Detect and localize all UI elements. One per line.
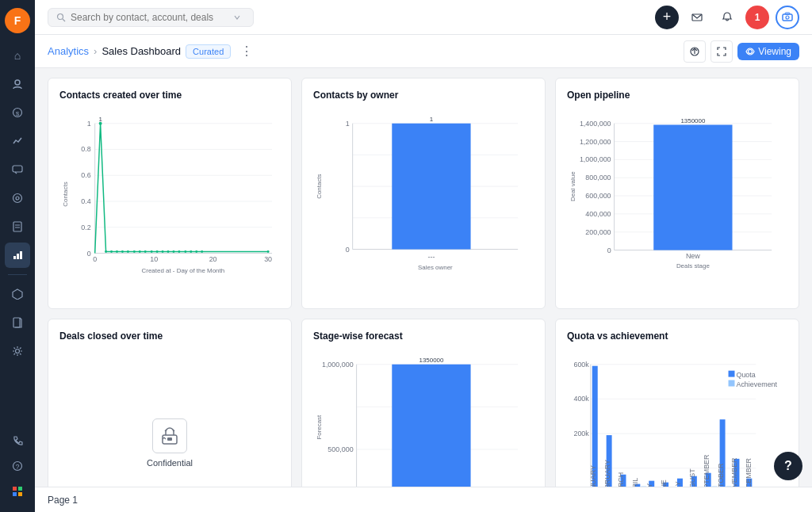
svg-text:APRIL: APRIL: [631, 478, 639, 487]
svg-text:JULY: JULY: [674, 481, 682, 487]
sidebar-item-contact[interactable]: [5, 71, 30, 97]
sidebar-item-activity[interactable]: [5, 128, 30, 154]
svg-text:600k: 600k: [573, 361, 589, 369]
chart-title-contacts-owner: Contacts by owner: [313, 90, 534, 101]
notification-count[interactable]: 1: [745, 6, 769, 29]
svg-text:OCTOBER: OCTOBER: [717, 463, 725, 487]
svg-text:1: 1: [430, 116, 434, 123]
subheader: Analytics › Sales Dashboard Curated ⋮ Vi…: [35, 35, 812, 68]
svg-text:NOVEMBER: NOVEMBER: [730, 457, 738, 487]
svg-text:Contacts: Contacts: [316, 174, 323, 198]
help-button[interactable]: ?: [774, 452, 802, 480]
sidebar-item-documents[interactable]: [5, 310, 30, 335]
sidebar-item-dollar[interactable]: $: [5, 100, 30, 125]
svg-point-60: [167, 250, 170, 253]
breadcrumb-analytics[interactable]: Analytics: [48, 45, 89, 57]
svg-text:Contacts: Contacts: [62, 181, 69, 206]
notification-bell[interactable]: [715, 6, 739, 29]
chart-svg-forecast: 1,000,000 500,000 0 1350000 Forecast New: [313, 348, 534, 487]
add-button[interactable]: +: [655, 6, 679, 29]
sidebar-item-help[interactable]: ?: [5, 453, 30, 479]
search-dropdown-icon[interactable]: [234, 14, 240, 21]
confidential-text: Confidential: [147, 458, 193, 468]
svg-text:1,000,000: 1,000,000: [580, 155, 611, 163]
screen-capture-button[interactable]: [776, 6, 799, 29]
svg-point-50: [110, 250, 113, 253]
chart-area-deals-closed: Confidential: [59, 348, 280, 487]
chart-open-pipeline: Open pipeline: [555, 78, 799, 309]
svg-text:1350000: 1350000: [419, 357, 443, 364]
svg-text:500,000: 500,000: [327, 445, 353, 453]
main-area: + 1 Analytics › Sales Dashboard Curated …: [35, 0, 812, 512]
sidebar-item-settings[interactable]: [5, 338, 30, 364]
email-button[interactable]: [685, 6, 709, 29]
svg-point-63: [184, 250, 186, 253]
chart-area-quota: 600k 400k 200k 0: [567, 348, 787, 487]
svg-point-51: [116, 250, 118, 253]
svg-text:?: ?: [15, 463, 19, 471]
svg-text:600,000: 600,000: [585, 192, 611, 200]
svg-text:1: 1: [87, 120, 91, 128]
svg-rect-80: [392, 124, 470, 250]
chart-svg-quota: 600k 400k 200k 0: [567, 348, 787, 487]
svg-text:0.8: 0.8: [81, 145, 90, 153]
menu-dots[interactable]: ⋮: [240, 44, 253, 59]
svg-text:SEPTEMBER: SEPTEMBER: [703, 454, 710, 487]
svg-point-5: [16, 197, 19, 200]
breadcrumb: Analytics › Sales Dashboard Curated: [48, 44, 231, 59]
search-input[interactable]: [71, 12, 229, 23]
sidebar-item-home[interactable]: ⌂: [5, 43, 30, 68]
dashboard: Contacts created over time: [35, 68, 812, 487]
svg-text:0: 0: [93, 255, 97, 263]
svg-point-52: [121, 250, 124, 253]
svg-text:New: New: [686, 252, 700, 260]
viewing-button[interactable]: Viewing: [737, 43, 799, 60]
sidebar-bottom: ?: [5, 428, 30, 504]
chart-svg-contacts: 1 0.8 0.6 0.4 0.2 0 0 10 20 30: [59, 107, 280, 297]
svg-text:MAY: MAY: [645, 483, 653, 487]
svg-text:800,000: 800,000: [585, 174, 611, 181]
topnav: + 1: [35, 0, 812, 35]
svg-text:Deal value: Deal value: [569, 171, 576, 201]
sidebar-item-grid[interactable]: [5, 479, 30, 504]
svg-text:Forecast: Forecast: [316, 415, 323, 440]
sidebar-item-chat[interactable]: [5, 157, 30, 182]
chart-area-pipeline: 1,400,000 1,200,000 1,000,000 800,000 60…: [567, 107, 787, 297]
sidebar-item-reports[interactable]: [5, 214, 30, 239]
svg-point-54: [133, 250, 136, 253]
svg-text:30: 30: [264, 255, 272, 263]
sidebar-item-cube[interactable]: [5, 281, 30, 307]
svg-rect-174: [729, 380, 735, 387]
chart-contacts-over-time: Contacts created over time: [48, 78, 292, 309]
chart-deals-closed: Deals closed over time Confidential: [48, 319, 292, 487]
svg-point-56: [144, 250, 147, 253]
breadcrumb-separator: ›: [94, 45, 97, 57]
svg-point-57: [151, 250, 153, 253]
upload-button[interactable]: [684, 40, 706, 63]
confidential-area: Confidential: [59, 348, 280, 487]
svg-point-14: [16, 350, 20, 353]
svg-point-67: [267, 250, 270, 253]
svg-point-49: [105, 250, 107, 253]
search-bar[interactable]: [48, 8, 254, 27]
svg-rect-26: [785, 13, 790, 14]
sidebar-item-marketing[interactable]: [5, 185, 30, 211]
chart-quota-achievement: Quota vs achievement 600k: [555, 319, 799, 487]
svg-text:$: $: [16, 110, 20, 117]
sidebar-item-analytics[interactable]: [5, 243, 30, 268]
chart-title-pipeline: Open pipeline: [567, 90, 787, 101]
app-logo[interactable]: F: [5, 8, 30, 33]
subheader-right: Viewing: [684, 40, 799, 63]
svg-rect-6: [13, 222, 21, 231]
svg-text:0: 0: [607, 246, 611, 254]
sidebar-item-phone[interactable]: [5, 428, 30, 453]
svg-point-55: [139, 250, 141, 253]
svg-text:MARCH: MARCH: [617, 472, 625, 487]
svg-point-66: [201, 250, 203, 253]
confidential-icon: [152, 418, 187, 453]
svg-rect-20: [18, 492, 22, 496]
fullscreen-button[interactable]: [710, 40, 733, 63]
svg-text:JUNE: JUNE: [660, 480, 668, 487]
svg-text:400,000: 400,000: [585, 210, 611, 218]
svg-text:400k: 400k: [573, 395, 589, 403]
